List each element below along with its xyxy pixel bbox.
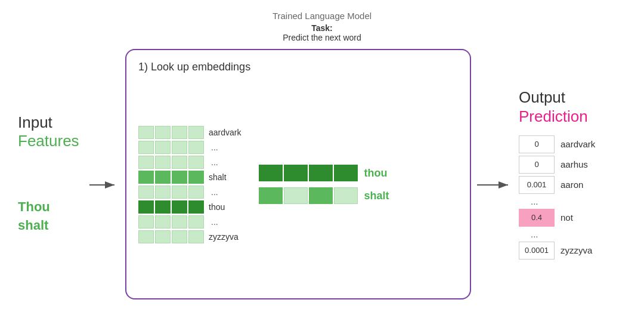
output-word: zyzzyva (561, 245, 592, 255)
result-label-shalt: shalt (364, 190, 389, 202)
table-row: ... (138, 141, 241, 154)
cell (155, 215, 171, 228)
embed-cells (138, 186, 204, 199)
cell (155, 171, 171, 184)
result-cell (334, 165, 358, 181)
embed-cells (138, 126, 204, 139)
diagram-container: Trained Language Model Task: Predict the… (0, 0, 644, 312)
cell (155, 126, 171, 139)
cell (172, 230, 187, 243)
cell (172, 126, 187, 139)
embed-cells (138, 156, 204, 169)
left-section: Input Features Thou shalt (18, 113, 83, 235)
result-cell (259, 165, 283, 181)
output-header: Output Prediction (519, 88, 588, 125)
top-labels: Trained Language Model Task: Predict the… (0, 11, 644, 42)
arrow-output-svg (477, 179, 513, 191)
result-cell (259, 187, 283, 204)
table-row: ... (138, 156, 241, 169)
table-row: ... (138, 186, 241, 199)
cell (172, 200, 187, 214)
output-row: 0 aarhus (519, 156, 638, 174)
cell (172, 156, 187, 169)
output-row-dots: ... (519, 196, 638, 206)
output-row: 0.001 aaron (519, 176, 638, 194)
arrow-input-svg (89, 179, 119, 191)
embed-dots: ... (209, 157, 218, 167)
output-word: aarhus (561, 159, 588, 169)
cell (188, 215, 204, 228)
result-cell (334, 187, 358, 204)
cell (138, 230, 154, 243)
output-word: aardvark (561, 139, 595, 149)
right-section: Output Prediction 0 aardvark 0 aarhus 0.… (519, 88, 638, 259)
embed-dots: ... (209, 143, 218, 152)
embed-cells (138, 230, 204, 243)
cell (188, 141, 204, 154)
arrow-output (477, 179, 513, 193)
output-row-dots: ... (519, 229, 638, 239)
result-embeds: thou shalt (259, 165, 389, 204)
task-label: Task: (311, 23, 333, 33)
table-row: zyzzyva (138, 230, 241, 243)
embed-dots: ... (209, 187, 218, 197)
result-row-thou: thou (259, 165, 389, 181)
result-cells-shalt (259, 187, 358, 204)
cell (188, 156, 204, 169)
features-label: Features (18, 132, 79, 150)
table-row-thou: thou (138, 200, 241, 214)
cell (188, 171, 204, 184)
output-dots: ... (519, 196, 538, 206)
embed-cells (138, 200, 204, 214)
result-cell (309, 187, 333, 204)
output-word: aaron (561, 180, 583, 190)
embed-table: aardvark ... (138, 126, 241, 243)
cell (172, 215, 187, 228)
cell (155, 186, 171, 199)
result-label-thou: thou (364, 167, 387, 180)
cell (188, 186, 204, 199)
output-row-highlighted: 0.4 not (519, 209, 638, 227)
embed-word: aardvark (209, 128, 241, 137)
result-row-shalt: shalt (259, 187, 389, 204)
result-cell (284, 165, 308, 181)
cell (138, 215, 154, 228)
cell (155, 200, 171, 214)
embed-dots: ... (209, 217, 218, 227)
output-value: 0 (519, 156, 555, 174)
middle-content: aardvark ... (138, 82, 458, 288)
cell (138, 200, 154, 214)
cell (138, 186, 154, 199)
cell (188, 200, 204, 214)
table-row: aardvark (138, 126, 241, 139)
result-cell (284, 187, 308, 204)
cell (155, 156, 171, 169)
result-cell (309, 165, 333, 181)
output-label: Output (519, 88, 588, 107)
output-dots: ... (519, 229, 538, 239)
embed-cells (138, 141, 204, 154)
model-title: Trained Language Model (273, 11, 371, 21)
cell (138, 156, 154, 169)
table-row-shalt: shalt (138, 171, 241, 184)
cell (155, 230, 171, 243)
cell (138, 126, 154, 139)
middle-box: 1) Look up embeddings aardvark (125, 49, 471, 299)
cell (155, 141, 171, 154)
output-value: 0.0001 (519, 242, 555, 260)
cell (188, 230, 204, 243)
output-table: 0 aardvark 0 aarhus 0.001 aaron ... (519, 135, 638, 260)
arrow-input (89, 179, 119, 193)
embed-cells (138, 215, 204, 228)
table-row: ... (138, 215, 241, 228)
embed-word-zyzzyva: zyzzyva (209, 232, 239, 242)
main-row: Input Features Thou shalt 1) Look up emb (18, 12, 626, 300)
input-words: Thou shalt (18, 198, 50, 235)
input-label: Input (18, 113, 79, 132)
output-value: 0.001 (519, 176, 555, 194)
prediction-label: Prediction (519, 107, 588, 126)
output-word-not: not (561, 212, 573, 223)
embed-cells (138, 171, 204, 184)
output-row: 0 aardvark (519, 135, 638, 153)
task-desc: Predict the next word (283, 33, 361, 42)
